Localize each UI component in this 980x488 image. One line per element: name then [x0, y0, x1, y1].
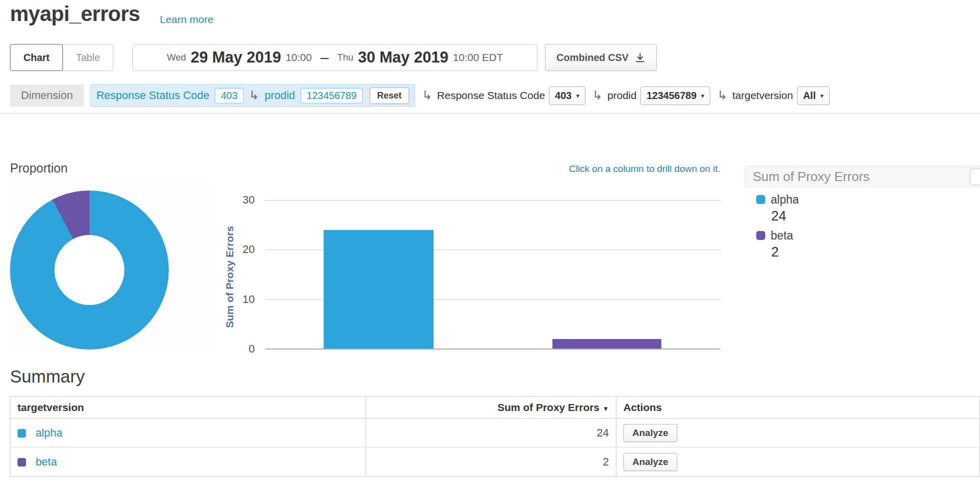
legend-header: Sum of Proxy Errors [744, 165, 980, 188]
sum-cell: 24 [366, 418, 616, 448]
chart-toggle-button[interactable]: Chart [10, 44, 63, 71]
targetversion-select-value: All [803, 90, 816, 102]
date-range-picker[interactable]: Wed 29 May 2019 10:00 – Thu 30 May 2019 … [132, 44, 537, 71]
actions-cell: Analyze [616, 448, 980, 476]
breadcrumb-label: prodid [265, 89, 295, 102]
legend-item-label: beta [771, 229, 793, 242]
y-axis-tick: 30 [219, 194, 255, 206]
end-day: Thu [337, 52, 354, 63]
beta-swatch [756, 231, 765, 240]
report-page: myapi_errors Learn more Chart Table Wed … [0, 0, 980, 488]
end-time: 10:00 EDT [453, 52, 503, 64]
y-axis-tick: 10 [219, 293, 255, 306]
column-header-actions: Actions [616, 396, 980, 418]
drilldown-label: prodid [607, 90, 636, 102]
chevron-down-icon: ▾ [701, 92, 705, 100]
legend-item-value: 2 [756, 244, 799, 260]
toolbar: Chart Table Wed 29 May 2019 10:00 – Thu … [10, 44, 974, 71]
learn-more-link[interactable]: Learn more [160, 14, 213, 26]
start-day: Wed [167, 52, 186, 63]
proportion-donut-chart[interactable] [10, 190, 169, 350]
drilldown-arrow-icon: ↳ [717, 90, 727, 102]
sort-descending-icon[interactable]: ▼ [602, 405, 609, 412]
chevron-down-icon: ▾ [576, 92, 579, 100]
table-toggle-button[interactable]: Table [62, 44, 113, 71]
legend-item-value: 24 [756, 208, 799, 224]
targetversion-select[interactable]: All ▾ [797, 86, 830, 105]
breadcrumb-value[interactable]: 403 [215, 88, 243, 104]
status-code-select-value: 403 [555, 90, 571, 102]
drilldown-arrow-icon: ↳ [249, 90, 259, 102]
column-header-targetversion: targetversion [10, 396, 366, 418]
beta-link[interactable]: beta [35, 456, 57, 468]
drilldown-group-targetversion: ↳ targetversion All ▾ [717, 86, 830, 105]
date-range-separator: – [320, 49, 329, 66]
y-axis-tick: 20 [219, 243, 255, 256]
reset-button[interactable]: Reset [370, 88, 409, 104]
table-row: beta 2 Analyze [10, 448, 980, 476]
combined-csv-label: Combined CSV [556, 52, 628, 64]
drilldown-group-status-code: ↳ Response Status Code 403 ▾ [422, 86, 585, 105]
y-axis-label: Sum of Proxy Errors [224, 226, 236, 328]
alpha-link[interactable]: alpha [35, 426, 62, 439]
bar-alpha[interactable] [324, 230, 434, 349]
dimension-filter-row: Dimension Response Status Code 403 ↳ pro… [10, 84, 830, 107]
analyze-button[interactable]: Analyze [623, 424, 677, 442]
combined-csv-button[interactable]: Combined CSV [545, 44, 657, 71]
actions-cell: Analyze [616, 418, 980, 448]
dimension-label: Dimension [10, 84, 84, 106]
legend-item: alpha [756, 193, 799, 206]
drilldown-hint-text: Click on a column to drill down on it. [450, 164, 720, 174]
bar-beta[interactable] [552, 339, 661, 349]
legend-item-label: alpha [771, 193, 799, 206]
proportion-title: Proportion [10, 161, 67, 176]
start-time: 10:00 [286, 52, 312, 64]
prodid-select-value: 123456789 [646, 90, 696, 102]
donut-hole [54, 235, 124, 305]
alpha-swatch [17, 429, 26, 438]
bar-chart-plot-area [265, 200, 720, 349]
page-title: myapi_errors [10, 2, 140, 26]
beta-swatch [17, 458, 26, 466]
summary-heading: Summary [10, 366, 85, 386]
chevron-down-icon: ▾ [820, 92, 824, 100]
drilldown-arrow-icon: ↳ [592, 90, 602, 102]
breadcrumb-value[interactable]: 123456789 [301, 88, 363, 104]
legend: alpha 24 beta 2 [756, 193, 799, 260]
drilldown-group-prodid: ↳ prodid 123456789 ▾ [592, 86, 710, 105]
drilldown-label: targetversion [732, 90, 793, 102]
table-header-row: targetversion Sum of Proxy Errors▼ Actio… [10, 396, 980, 418]
alpha-swatch [756, 195, 765, 204]
status-code-select[interactable]: 403 ▾ [549, 86, 585, 105]
drilldown-arrow-icon: ↳ [422, 90, 432, 102]
legend-item: beta [756, 229, 799, 242]
start-date: 29 May 2019 [191, 48, 281, 66]
x-axis-line [265, 348, 720, 350]
targetversion-cell: beta [10, 448, 366, 476]
filter-breadcrumb[interactable]: Response Status Code 403 ↳ prodid 123456… [90, 84, 415, 107]
analyze-button[interactable]: Analyze [623, 453, 677, 471]
y-axis-tick: 0 [219, 342, 255, 356]
sum-cell: 2 [366, 448, 616, 476]
end-date: 30 May 2019 [358, 48, 449, 66]
section-divider [0, 113, 980, 114]
breadcrumb-label: Response Status Code [96, 89, 209, 102]
summary-table: targetversion Sum of Proxy Errors▼ Actio… [10, 396, 980, 476]
view-toggle: Chart Table [10, 44, 113, 71]
prodid-select[interactable]: 123456789 ▾ [640, 86, 710, 105]
column-header-sum-proxy-errors[interactable]: Sum of Proxy Errors▼ [366, 396, 616, 418]
drilldown-label: Response Status Code [437, 90, 545, 102]
legend-collapse-handle[interactable] [970, 168, 980, 185]
targetversion-cell: alpha [10, 418, 366, 448]
gridline [265, 200, 720, 200]
table-row: alpha 24 Analyze [10, 418, 980, 448]
download-icon [635, 52, 645, 63]
